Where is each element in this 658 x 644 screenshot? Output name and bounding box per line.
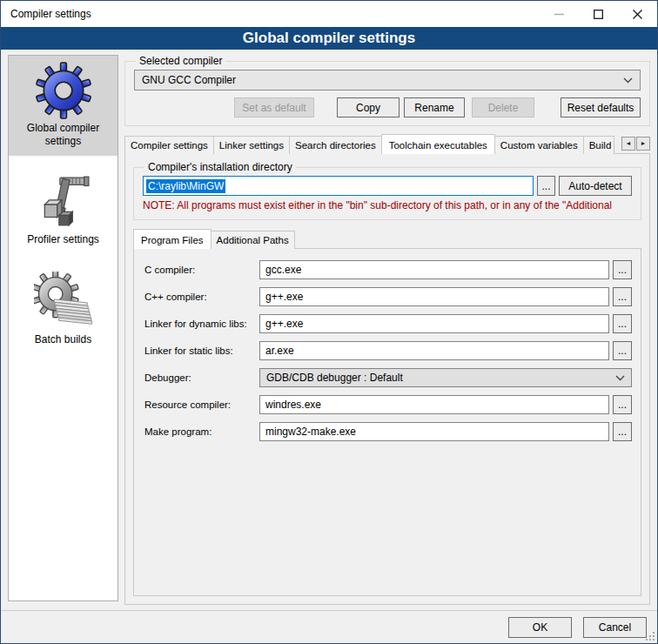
copy-button[interactable]: Copy: [337, 97, 400, 117]
tab-scroll-arrows: ◄ ►: [620, 137, 650, 151]
compiler-buttons-row: Set as default Copy Rename Delete Reset …: [134, 97, 641, 117]
ok-button[interactable]: OK: [508, 617, 572, 638]
dialog-content: Global compiler settings: [1, 50, 657, 610]
selected-compiler-group-label: Selected compiler: [136, 55, 225, 67]
rename-button[interactable]: Rename: [404, 97, 465, 117]
installation-directory-label: Compiler's installation directory: [144, 161, 296, 173]
maximize-button[interactable]: [579, 1, 618, 27]
selected-compiler-group: Selected compiler GNU GCC Compiler Set a…: [124, 55, 650, 126]
close-icon: [633, 10, 642, 19]
caliper-blocks-icon: [35, 173, 92, 231]
installation-directory-row: C:\raylib\MinGW ... Auto-detect: [143, 176, 632, 196]
minimize-button[interactable]: [540, 1, 579, 27]
compiler-settings-dialog: Compiler settings Global compiler settin…: [0, 0, 658, 644]
auto-detect-button[interactable]: Auto-detect: [559, 176, 632, 196]
blue-gear-icon: [35, 62, 92, 119]
debugger-value: GDB/CDB debugger : Default: [266, 372, 403, 384]
field-row-cpp-compiler: C++ compiler: ...: [144, 287, 632, 306]
static-linker-label: Linker for static libs:: [144, 345, 259, 356]
close-button[interactable]: [618, 1, 657, 27]
sidebar-item-global-compiler-settings[interactable]: Global compiler settings: [9, 56, 118, 156]
page-title: Global compiler settings: [1, 27, 657, 50]
toolchain-subtabs: Program Files Additional Paths: [133, 229, 641, 249]
installation-directory-value: C:\raylib\MinGW: [146, 179, 225, 193]
tab-custom-variables[interactable]: Custom variables: [494, 136, 584, 154]
selected-compiler-select[interactable]: GNU GCC Compiler: [134, 70, 641, 91]
debugger-label: Debugger:: [144, 372, 259, 383]
window-title: Compiler settings: [1, 1, 540, 27]
debugger-select[interactable]: GDB/CDB debugger : Default: [259, 368, 632, 387]
delete-button[interactable]: Delete: [472, 97, 534, 117]
program-files-page: C compiler: ... C++ compiler: ... Linker…: [133, 248, 641, 596]
reset-defaults-button[interactable]: Reset defaults: [561, 97, 641, 117]
chevron-down-icon: [615, 375, 625, 381]
toolchain-executables-page: Compiler's installation directory C:\ray…: [124, 153, 650, 605]
field-row-static-linker: Linker for static libs: ...: [144, 341, 632, 360]
tab-compiler-settings[interactable]: Compiler settings: [124, 136, 214, 154]
cpp-compiler-input[interactable]: [259, 287, 609, 306]
subtab-program-files[interactable]: Program Files: [133, 229, 212, 249]
dynamic-linker-label: Linker for dynamic libs:: [144, 319, 259, 329]
c-compiler-input[interactable]: [259, 260, 609, 279]
static-linker-input[interactable]: [259, 341, 609, 360]
make-program-browse-button[interactable]: ...: [613, 422, 632, 441]
main-panel: Selected compiler GNU GCC Compiler Set a…: [124, 55, 650, 605]
c-compiler-label: C compiler:: [144, 265, 259, 275]
minimize-icon: [554, 10, 564, 19]
c-compiler-browse-button[interactable]: ...: [613, 260, 632, 279]
make-program-input[interactable]: [259, 422, 609, 441]
resource-compiler-input[interactable]: [259, 395, 609, 414]
installation-directory-browse-button[interactable]: ...: [537, 176, 555, 196]
tab-toolchain-executables[interactable]: Toolchain executables: [381, 134, 495, 154]
field-row-c-compiler: C compiler: ...: [144, 260, 632, 279]
installation-directory-input[interactable]: C:\raylib\MinGW: [143, 176, 534, 196]
sidebar-item-label: Global compiler settings: [10, 122, 116, 148]
settings-tabs: Compiler settings Linker settings Search…: [124, 134, 650, 154]
tab-scroll-left-icon[interactable]: ◄: [621, 137, 635, 151]
cpp-compiler-browse-button[interactable]: ...: [613, 287, 632, 306]
sidebar-item-label: Batch builds: [10, 333, 116, 346]
field-row-dynamic-linker: Linker for dynamic libs: ...: [144, 314, 632, 333]
dialog-footer: OK Cancel: [1, 610, 657, 643]
set-as-default-button[interactable]: Set as default: [234, 97, 314, 117]
resource-compiler-label: Resource compiler:: [144, 399, 259, 410]
sidebar-item-label: Profiler settings: [10, 233, 116, 246]
subtab-additional-paths[interactable]: Additional Paths: [211, 231, 295, 249]
tab-build-options[interactable]: Build options: [583, 136, 614, 154]
cpp-compiler-label: C++ compiler:: [144, 292, 259, 302]
static-linker-browse-button[interactable]: ...: [613, 341, 632, 360]
field-row-resource-compiler: Resource compiler: ...: [144, 395, 632, 414]
dynamic-linker-browse-button[interactable]: ...: [613, 314, 632, 333]
sidebar-item-batch-builds[interactable]: Batch builds: [9, 265, 118, 354]
selected-compiler-value: GNU GCC Compiler: [142, 74, 623, 86]
resize-grip-icon[interactable]: [646, 632, 655, 641]
sidebar-item-profiler-settings[interactable]: Profiler settings: [9, 167, 118, 254]
tab-search-directories[interactable]: Search directories: [289, 136, 382, 154]
titlebar: Compiler settings: [1, 1, 657, 27]
maximize-icon: [594, 10, 603, 19]
dynamic-linker-input[interactable]: [259, 314, 609, 333]
tab-scroll-right-icon[interactable]: ►: [636, 137, 650, 151]
field-row-make-program: Make program: ...: [144, 422, 632, 441]
gray-gear-stack-icon: [34, 272, 93, 331]
chevron-down-icon: [623, 77, 633, 84]
tab-linker-settings[interactable]: Linker settings: [213, 136, 290, 154]
cancel-button[interactable]: Cancel: [583, 617, 647, 638]
make-program-label: Make program:: [144, 426, 259, 437]
bin-subdirectory-note: NOTE: All programs must exist either in …: [143, 199, 632, 211]
resource-compiler-browse-button[interactable]: ...: [613, 395, 632, 414]
sidebar: Global compiler settings: [8, 55, 118, 601]
installation-directory-group: Compiler's installation directory C:\ray…: [133, 161, 641, 220]
field-row-debugger: Debugger: GDB/CDB debugger : Default: [144, 368, 632, 387]
